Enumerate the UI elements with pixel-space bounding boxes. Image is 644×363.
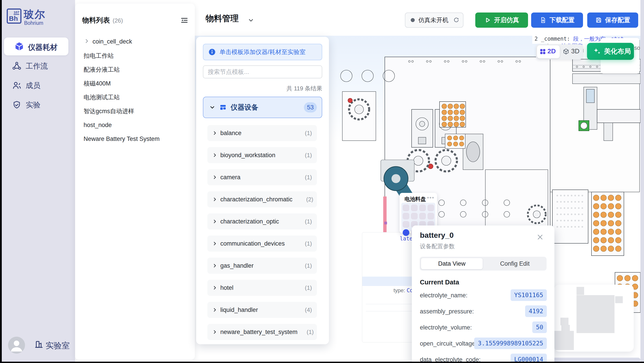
material-item[interactable]: 智达gcms自动进样 xyxy=(75,105,195,117)
annotation-prefix: 2 xyxy=(534,36,541,42)
template-item-count: (1) xyxy=(305,218,312,225)
material-item-coin-cell-deck[interactable]: coin_cell_deck xyxy=(75,35,195,48)
template-hint-text: 单击模板添加仪器/耗材至实验室 xyxy=(220,48,306,56)
download-config-label: 下载配置 xyxy=(550,16,574,24)
start-simulation-label: 开启仿真 xyxy=(494,16,519,24)
dashboard-grid-icon xyxy=(220,104,226,111)
bohrium-logo: 107 Bh xyxy=(7,8,22,24)
template-item-label: liquid_handler xyxy=(220,307,305,314)
tray-slot[interactable] xyxy=(419,213,426,219)
material-item-label: 智达gcms自动进样 xyxy=(84,107,134,115)
view-2d-label[interactable]: 2D xyxy=(548,47,556,55)
type-label: type: xyxy=(394,287,407,293)
avatar[interactable] xyxy=(8,337,25,354)
collapse-panel-icon[interactable] xyxy=(180,16,188,24)
template-item-balance[interactable]: balance (1) xyxy=(207,125,317,141)
material-item-label: 配液分液工站 xyxy=(84,66,120,74)
result-count: 共 119 条结果 xyxy=(203,85,322,92)
material-item-label: host_node xyxy=(84,122,112,129)
save-icon xyxy=(595,17,602,23)
refresh-icon[interactable] xyxy=(453,17,460,23)
vertical-scrollbar[interactable] xyxy=(640,0,644,363)
material-item[interactable]: host_node xyxy=(75,119,195,131)
material-item[interactable]: Neware Battery Test System xyxy=(75,133,195,145)
material-item-label: coin_cell_deck xyxy=(92,38,132,45)
tray-slot[interactable] xyxy=(411,213,418,219)
beautify-layout-label: 美化布局 xyxy=(604,47,631,56)
material-item[interactable]: 配液分液工站 xyxy=(75,63,195,76)
search-input[interactable] xyxy=(203,65,322,78)
window-edge-left xyxy=(0,0,2,363)
sidebar-item-members[interactable]: 成员 xyxy=(12,77,70,94)
sidebar-item-instruments[interactable]: 仪器耗材 xyxy=(4,37,68,55)
tray-slot[interactable] xyxy=(419,205,426,211)
kv-value: 4192 xyxy=(525,305,547,317)
view-3d-label[interactable]: 3D xyxy=(571,47,580,55)
close-icon[interactable] xyxy=(536,233,544,241)
chevron-right-icon xyxy=(212,219,217,224)
chevron-right-icon xyxy=(212,285,217,290)
chevron-down-icon[interactable] xyxy=(248,17,254,24)
sidebar: 107 Bh 玻尔 Bohrium 仪器耗材 工作流 成员 xyxy=(2,0,75,363)
app-window: 107 Bh 玻尔 Bohrium 仪器耗材 工作流 成员 xyxy=(0,0,644,363)
save-config-button[interactable]: 保存配置 xyxy=(587,12,638,28)
tray-slot[interactable] xyxy=(411,205,418,211)
tray-slot[interactable] xyxy=(428,205,434,211)
status-label: 仿真未开机 xyxy=(418,16,448,24)
tab-data-view[interactable]: Data View xyxy=(421,258,483,269)
tab-config-edit[interactable]: Config Edit xyxy=(484,257,545,271)
template-item-label: bioyond_workstation xyxy=(220,152,305,159)
kv-value: 50 xyxy=(532,322,547,333)
tray-slot[interactable] xyxy=(428,213,434,219)
sidebar-item-experiments[interactable]: 实验 xyxy=(12,96,70,114)
template-item-label: camera xyxy=(220,174,305,181)
category-instruments[interactable]: 仪器设备 53 xyxy=(203,97,322,118)
tray-slot[interactable] xyxy=(403,205,409,211)
chevron-right-icon xyxy=(212,241,217,246)
template-item-label: communication_devices xyxy=(220,240,305,247)
template-item-count: (1) xyxy=(305,152,312,159)
template-item-characterization-chromatic[interactable]: characterization_chromatic (2) xyxy=(207,191,317,207)
template-item-label: characterization_optic xyxy=(220,218,305,225)
template-item-label: neware_battery_test_system xyxy=(220,329,306,336)
template-item-count: (1) xyxy=(305,130,312,137)
chevron-right-icon xyxy=(212,307,217,312)
download-file-icon xyxy=(540,17,546,23)
logo-number: 107 xyxy=(14,10,19,15)
chevron-right-icon xyxy=(212,175,217,180)
building-icon xyxy=(34,340,43,349)
kv-key: electrolyte_volume: xyxy=(420,324,472,331)
template-item-characterization-optic[interactable]: characterization_optic (1) xyxy=(207,213,317,230)
download-config-button[interactable]: 下载配置 xyxy=(531,12,583,28)
logo-name: 玻尔 xyxy=(24,7,46,21)
material-item[interactable]: 扣电工作站 xyxy=(75,49,195,62)
template-item-camera[interactable]: camera (1) xyxy=(207,169,317,185)
horizontal-scrollbar[interactable] xyxy=(548,358,640,362)
cube-icon xyxy=(14,41,24,51)
template-item-communication-devices[interactable]: communication_devices (1) xyxy=(207,236,317,252)
template-item-bioyond-workstation[interactable]: bioyond_workstation (1) xyxy=(207,147,317,163)
material-item[interactable]: 电池测试工站 xyxy=(75,91,195,104)
members-icon xyxy=(12,81,22,90)
start-simulation-button[interactable]: 开启仿真 xyxy=(475,12,528,28)
minimap[interactable] xyxy=(554,285,634,352)
status-dot xyxy=(411,18,415,22)
material-item-label: Neware Battery Test System xyxy=(84,135,160,142)
experiment-icon xyxy=(12,100,22,110)
simulation-status-chip[interactable]: 仿真未开机 xyxy=(405,12,464,28)
tray-slot-selected-battery-0[interactable] xyxy=(403,229,409,236)
template-item-neware-battery-test-system[interactable]: neware_battery_test_system (1) xyxy=(207,324,317,340)
sidebar-item-workflow[interactable]: 工作流 xyxy=(12,57,70,75)
beautify-layout-button[interactable]: 美化布局 xyxy=(587,43,634,60)
more-menu-icon[interactable]: ••• xyxy=(427,194,434,201)
template-item-hotel[interactable]: hotel (1) xyxy=(207,280,317,296)
logo-subtitle: Bohrium xyxy=(24,20,43,26)
template-item-gas-handler[interactable]: gas_handler (1) xyxy=(207,258,317,274)
template-item-liquid-handler[interactable]: liquid_handler (4) xyxy=(207,302,317,318)
template-item-count: (4) xyxy=(305,307,312,314)
sidebar-item-laboratory[interactable]: 实验室 xyxy=(46,340,70,351)
plate-partial-text[interactable]: late xyxy=(400,236,413,242)
material-item[interactable]: 核磁400M xyxy=(75,77,195,90)
tray-slot[interactable] xyxy=(403,213,409,219)
tray-slot[interactable] xyxy=(403,221,409,228)
